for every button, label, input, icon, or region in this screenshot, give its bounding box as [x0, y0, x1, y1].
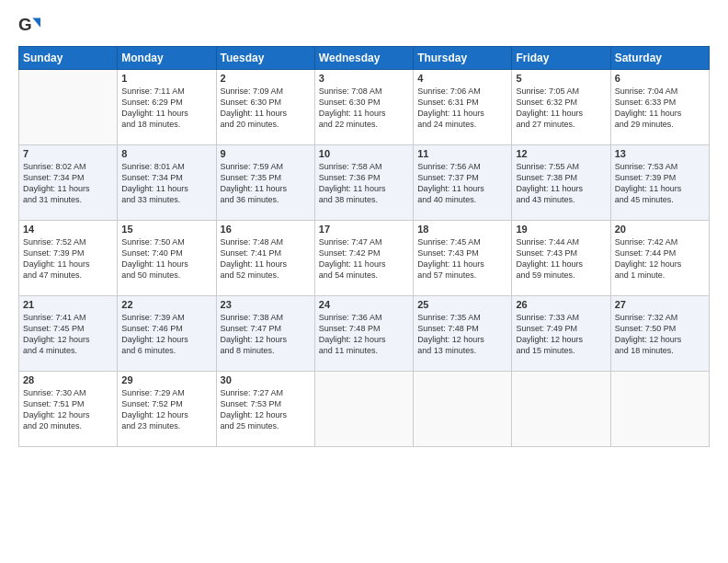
calendar-cell: 7Sunrise: 8:02 AM Sunset: 7:34 PM Daylig…: [19, 145, 118, 221]
day-info: Sunrise: 7:06 AM Sunset: 6:31 PM Dayligh…: [417, 86, 507, 131]
calendar-cell: 13Sunrise: 7:53 AM Sunset: 7:39 PM Dayli…: [610, 145, 709, 221]
calendar-week-row: 14Sunrise: 7:52 AM Sunset: 7:39 PM Dayli…: [19, 221, 710, 296]
calendar-cell: 11Sunrise: 7:56 AM Sunset: 7:37 PM Dayli…: [414, 145, 512, 221]
day-number: 26: [516, 299, 606, 310]
calendar-cell: 16Sunrise: 7:48 AM Sunset: 7:41 PM Dayli…: [216, 221, 314, 296]
calendar-cell: 28Sunrise: 7:30 AM Sunset: 7:51 PM Dayli…: [19, 372, 118, 447]
day-number: 11: [417, 148, 507, 159]
day-number: 8: [121, 148, 211, 159]
logo-icon: G: [18, 15, 40, 37]
calendar-cell: 6Sunrise: 7:04 AM Sunset: 6:33 PM Daylig…: [610, 70, 709, 145]
day-info: Sunrise: 7:09 AM Sunset: 6:30 PM Dayligh…: [221, 86, 311, 131]
calendar-cell: 15Sunrise: 7:50 AM Sunset: 7:40 PM Dayli…: [118, 221, 216, 296]
day-info: Sunrise: 7:35 AM Sunset: 7:48 PM Dayligh…: [417, 312, 507, 357]
day-number: 16: [221, 224, 311, 235]
day-number: 28: [23, 374, 113, 385]
calendar-cell: 8Sunrise: 8:01 AM Sunset: 7:34 PM Daylig…: [118, 145, 216, 221]
day-info: Sunrise: 7:29 AM Sunset: 7:52 PM Dayligh…: [121, 387, 211, 432]
calendar-cell: 27Sunrise: 7:32 AM Sunset: 7:50 PM Dayli…: [610, 296, 709, 372]
calendar-week-row: 7Sunrise: 8:02 AM Sunset: 7:34 PM Daylig…: [19, 145, 710, 221]
day-number: 30: [221, 374, 311, 385]
day-number: 29: [121, 374, 211, 385]
page: G SundayMondayTuesdayWednesdayThursdayFr…: [0, 0, 728, 563]
calendar: SundayMondayTuesdayWednesdayThursdayFrid…: [18, 46, 710, 447]
calendar-cell: 2Sunrise: 7:09 AM Sunset: 6:30 PM Daylig…: [216, 70, 314, 145]
calendar-week-row: 1Sunrise: 7:11 AM Sunset: 6:29 PM Daylig…: [19, 70, 710, 145]
day-number: 9: [221, 148, 311, 159]
day-number: 6: [615, 73, 705, 84]
calendar-header-friday: Friday: [512, 47, 610, 70]
day-info: Sunrise: 7:55 AM Sunset: 7:38 PM Dayligh…: [516, 161, 606, 206]
day-number: 27: [615, 299, 705, 310]
calendar-cell: [512, 372, 610, 447]
day-number: 10: [319, 148, 409, 159]
calendar-cell: [19, 70, 118, 145]
calendar-cell: 1Sunrise: 7:11 AM Sunset: 6:29 PM Daylig…: [118, 70, 216, 145]
day-info: Sunrise: 7:59 AM Sunset: 7:35 PM Dayligh…: [221, 161, 311, 206]
day-number: 17: [319, 224, 409, 235]
day-info: Sunrise: 7:42 AM Sunset: 7:44 PM Dayligh…: [615, 236, 705, 282]
day-number: 15: [121, 224, 211, 235]
calendar-cell: 10Sunrise: 7:58 AM Sunset: 7:36 PM Dayli…: [314, 145, 413, 221]
calendar-cell: 25Sunrise: 7:35 AM Sunset: 7:48 PM Dayli…: [414, 296, 512, 372]
day-number: 5: [516, 73, 606, 84]
calendar-cell: [414, 372, 512, 447]
calendar-header-thursday: Thursday: [414, 47, 512, 70]
svg-text:G: G: [18, 15, 32, 34]
day-number: 19: [516, 224, 606, 235]
calendar-cell: 5Sunrise: 7:05 AM Sunset: 6:32 PM Daylig…: [512, 70, 610, 145]
day-info: Sunrise: 8:02 AM Sunset: 7:34 PM Dayligh…: [23, 161, 113, 206]
day-info: Sunrise: 7:52 AM Sunset: 7:39 PM Dayligh…: [23, 236, 113, 282]
calendar-cell: 23Sunrise: 7:38 AM Sunset: 7:47 PM Dayli…: [216, 296, 314, 372]
calendar-cell: 17Sunrise: 7:47 AM Sunset: 7:42 PM Dayli…: [314, 221, 413, 296]
header: G: [18, 15, 710, 37]
calendar-cell: 14Sunrise: 7:52 AM Sunset: 7:39 PM Dayli…: [19, 221, 118, 296]
day-info: Sunrise: 8:01 AM Sunset: 7:34 PM Dayligh…: [121, 161, 211, 206]
day-info: Sunrise: 7:39 AM Sunset: 7:46 PM Dayligh…: [121, 312, 211, 357]
day-number: 3: [319, 73, 409, 84]
day-number: 1: [121, 73, 211, 84]
day-number: 23: [221, 299, 311, 310]
calendar-cell: 30Sunrise: 7:27 AM Sunset: 7:53 PM Dayli…: [216, 372, 314, 447]
day-number: 13: [615, 148, 705, 159]
calendar-header-wednesday: Wednesday: [314, 47, 413, 70]
calendar-cell: 22Sunrise: 7:39 AM Sunset: 7:46 PM Dayli…: [118, 296, 216, 372]
svg-marker-1: [32, 17, 40, 27]
calendar-header-sunday: Sunday: [19, 47, 118, 70]
day-info: Sunrise: 7:58 AM Sunset: 7:36 PM Dayligh…: [319, 161, 409, 206]
calendar-cell: 18Sunrise: 7:45 AM Sunset: 7:43 PM Dayli…: [414, 221, 512, 296]
calendar-cell: 26Sunrise: 7:33 AM Sunset: 7:49 PM Dayli…: [512, 296, 610, 372]
day-info: Sunrise: 7:44 AM Sunset: 7:43 PM Dayligh…: [516, 236, 606, 282]
day-info: Sunrise: 7:48 AM Sunset: 7:41 PM Dayligh…: [221, 236, 311, 282]
day-info: Sunrise: 7:04 AM Sunset: 6:33 PM Dayligh…: [615, 86, 705, 131]
day-number: 20: [615, 224, 705, 235]
calendar-cell: 20Sunrise: 7:42 AM Sunset: 7:44 PM Dayli…: [610, 221, 709, 296]
day-info: Sunrise: 7:56 AM Sunset: 7:37 PM Dayligh…: [417, 161, 507, 206]
calendar-cell: [610, 372, 709, 447]
day-info: Sunrise: 7:33 AM Sunset: 7:49 PM Dayligh…: [516, 312, 606, 357]
day-number: 25: [417, 299, 507, 310]
day-number: 12: [516, 148, 606, 159]
day-info: Sunrise: 7:32 AM Sunset: 7:50 PM Dayligh…: [615, 312, 705, 357]
calendar-header-monday: Monday: [118, 47, 216, 70]
calendar-cell: 3Sunrise: 7:08 AM Sunset: 6:30 PM Daylig…: [314, 70, 413, 145]
logo: G: [18, 15, 44, 37]
day-info: Sunrise: 7:41 AM Sunset: 7:45 PM Dayligh…: [23, 312, 113, 357]
calendar-cell: 29Sunrise: 7:29 AM Sunset: 7:52 PM Dayli…: [118, 372, 216, 447]
calendar-cell: 12Sunrise: 7:55 AM Sunset: 7:38 PM Dayli…: [512, 145, 610, 221]
day-info: Sunrise: 7:38 AM Sunset: 7:47 PM Dayligh…: [221, 312, 311, 357]
day-info: Sunrise: 7:05 AM Sunset: 6:32 PM Dayligh…: [516, 86, 606, 131]
calendar-header-row: SundayMondayTuesdayWednesdayThursdayFrid…: [19, 47, 710, 70]
day-number: 14: [23, 224, 113, 235]
calendar-week-row: 28Sunrise: 7:30 AM Sunset: 7:51 PM Dayli…: [19, 372, 710, 447]
day-number: 18: [417, 224, 507, 235]
day-info: Sunrise: 7:36 AM Sunset: 7:48 PM Dayligh…: [319, 312, 409, 357]
day-number: 21: [23, 299, 113, 310]
day-number: 22: [121, 299, 211, 310]
calendar-week-row: 21Sunrise: 7:41 AM Sunset: 7:45 PM Dayli…: [19, 296, 710, 372]
day-number: 24: [319, 299, 409, 310]
calendar-cell: [314, 372, 413, 447]
calendar-cell: 4Sunrise: 7:06 AM Sunset: 6:31 PM Daylig…: [414, 70, 512, 145]
calendar-cell: 24Sunrise: 7:36 AM Sunset: 7:48 PM Dayli…: [314, 296, 413, 372]
calendar-header-saturday: Saturday: [610, 47, 709, 70]
